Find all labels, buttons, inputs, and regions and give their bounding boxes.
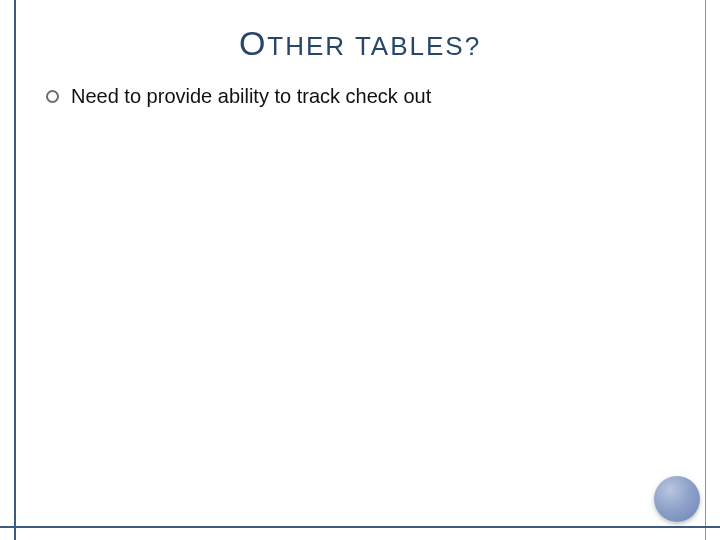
vertical-rule-left <box>14 0 16 540</box>
slide-title: OTHER TABLES? <box>0 24 720 63</box>
title-word-1-rest: THER <box>267 31 346 61</box>
slide: OTHER TABLES? Need to provide ability to… <box>0 0 720 540</box>
title-initial-1: O <box>239 24 267 62</box>
horizontal-rule-bottom <box>0 526 720 528</box>
corner-sphere-icon <box>654 476 700 522</box>
title-word-2: TABLES <box>355 31 465 61</box>
title-space <box>346 31 355 61</box>
vertical-rule-right <box>705 0 706 540</box>
list-item: Need to provide ability to track check o… <box>46 85 674 108</box>
slide-body: Need to provide ability to track check o… <box>46 85 674 108</box>
bullet-icon <box>46 90 59 103</box>
bullet-text: Need to provide ability to track check o… <box>71 85 431 108</box>
title-punct: ? <box>465 31 481 61</box>
